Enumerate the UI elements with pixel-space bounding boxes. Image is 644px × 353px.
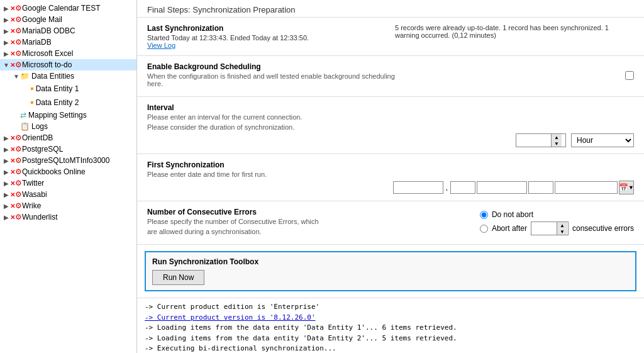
abort-after-radio[interactable] [480,225,488,233]
do-not-abort-radio[interactable] [480,211,488,219]
sidebar-item-label-data-entity-2: Data Entity 2 [36,98,79,107]
sidebar-item-mariadb-odbc[interactable]: ▶✕⚙MariaDB ODBC [0,25,136,36]
sidebar-item-google-calendar-test[interactable]: ▶✕⚙Google Calendar TEST [0,3,136,14]
gear-icon: ⚙ [15,145,22,154]
sidebar-item-orientdb[interactable]: ▶✕⚙OrientDB [0,132,136,143]
x-icon: ✕ [10,191,15,198]
x-icon: ✕ [10,203,15,210]
main-content: Final Steps: Synchronization Preparation… [137,0,644,353]
log-output: -> Current product edition is 'Enterpris… [137,298,644,353]
interval-spin-up[interactable]: ▲ [552,134,562,140]
abort-value[interactable] [531,223,557,234]
abort-after-spinner[interactable]: ▲ ▼ [531,221,569,235]
scheduling-section: Enable Background Scheduling When the co… [137,56,644,97]
interval-spin-down[interactable]: ▼ [552,140,562,147]
sidebar-item-data-entities[interactable]: ▼📁Data Entities [0,70,136,82]
sidebar-item-google-mail[interactable]: ▶✕⚙Google Mail [0,14,136,25]
expand-arrow: ▶ [3,135,10,142]
gear-icon: ⚙ [15,133,22,142]
consecutive-errors-desc1: Please specify the number of Consecutive… [147,218,319,225]
abort-after-row: Abort after ▲ ▼ consecutive errors [480,221,634,235]
x-icon: ✕ [10,5,15,12]
expand-arrow: ▶ [3,214,10,221]
gear-icon: ⚙ [15,201,22,210]
gear-icon: ⚙ [15,179,22,188]
sidebar-item-label-data-entity-1: Data Entity 1 [36,84,79,93]
sidebar-item-label-microsoft-excel: Microsoft Excel [22,49,73,58]
x-icon: ✕ [10,16,15,23]
sidebar-item-wrike[interactable]: ▶✕⚙Wrike [0,200,136,211]
first-sync-day-name[interactable]: Tuesday [393,181,443,194]
x-icon: ✕ [10,62,15,69]
gear-icon: ⚙ [15,60,22,69]
x-icon: ✕ [10,169,15,176]
sidebar-item-label-google-calendar-test: Google Calendar TEST [22,4,101,13]
sidebar-item-mapping-settings[interactable]: ⇄Mapping Settings [0,109,136,121]
sidebar-item-data-entity-2[interactable]: ▪Data Entity 2 [0,96,136,109]
toolbox-title: Run Synchronization Toolbox [152,257,629,266]
x-icon: ✕ [10,180,15,187]
abort-spin-up[interactable]: ▲ [557,222,567,228]
log-line: -> Current product edition is 'Enterpris… [145,302,636,313]
first-sync-month[interactable]: August [477,181,527,194]
view-log-link[interactable]: View Log [147,42,175,49]
sidebar-item-logs[interactable]: 📋Logs [0,121,136,132]
sidebar-item-label-google-mail: Google Mail [22,15,62,24]
consecutive-errors-desc2: are allowed during a synchronisation. [147,228,319,235]
sidebar-item-quickbooks[interactable]: ▶✕⚙Quickbooks Online [0,166,136,177]
sidebar-item-microsoft-excel[interactable]: ▶✕⚙Microsoft Excel [0,48,136,59]
do-not-abort-label: Do not abort [492,210,533,219]
sidebar-item-twitter[interactable]: ▶✕⚙Twitter [0,177,136,189]
sidebar-item-wunderlist[interactable]: ▶✕⚙Wunderlist [0,211,136,223]
last-sync-section: Last Synchronization Started Today at 12… [137,18,644,56]
interval-unit-select[interactable]: MinuteHourDayWeek [571,133,634,147]
expand-arrow: ▶ [3,180,10,187]
scheduling-title: Enable Background Scheduling [147,62,399,71]
gear-icon: ⚙ [15,15,22,24]
gear-icon: ⚙ [15,4,22,13]
logs-icon: 📋 [20,122,30,131]
first-sync-date-row: Tuesday , 20 August 2019 12:02:04 📅▼ [147,181,634,194]
gear-icon: ⚙ [15,26,22,35]
page-title: Final Steps: Synchronization Preparation [147,5,296,14]
run-now-button[interactable]: Run Now [152,270,204,285]
scheduling-checkbox[interactable] [625,71,634,80]
data-entity-1-icon: ▪ [30,83,34,94]
consecutive-errors-title: Number of Consecutive Errors [147,208,319,216]
first-sync-year[interactable]: 2019 [528,181,553,194]
first-sync-day[interactable]: 20 [450,181,475,194]
sidebar-item-label-wasabi: Wasabi [22,190,47,199]
expand-arrow: ▶ [3,50,10,57]
sidebar-item-mariadb[interactable]: ▶✕⚙MariaDB [0,36,136,48]
first-sync-time[interactable]: 12:02:04 [555,181,618,194]
date-comma: , [445,183,449,192]
x-icon: ✕ [10,157,15,164]
toolbox-section: Run Synchronization Toolbox Run Now [145,251,636,291]
sidebar-item-data-entity-1[interactable]: ▪Data Entity 1 [0,82,136,96]
expand-arrow: ▶ [3,28,10,35]
x-icon: ✕ [10,39,15,46]
sync-status-left: Last Synchronization Started Today at 12… [147,24,309,49]
sidebar-item-label-wrike: Wrike [22,201,41,210]
sidebar-item-postgresqlto[interactable]: ▶✕⚙PostgreSQLtoMTInfo3000 [0,155,136,166]
sidebar-item-label-logs: Logs [31,122,48,131]
sidebar-item-microsoft-todo[interactable]: ▼✕⚙Microsoft to-do [0,59,136,70]
sidebar-item-label-quickbooks: Quickbooks Online [22,167,86,176]
expand-arrow: ▶ [3,203,10,210]
last-sync-title: Last Synchronization [147,24,309,33]
x-icon: ✕ [10,146,15,153]
gear-icon: ⚙ [15,156,22,165]
interval-value[interactable]: 1 [516,135,551,146]
sidebar-item-wasabi[interactable]: ▶✕⚙Wasabi [0,189,136,200]
sidebar-item-postgresql[interactable]: ▶✕⚙PostgreSQL [0,143,136,155]
log-line: -> Loading items from the data entity 'D… [145,333,636,344]
gear-icon: ⚙ [15,190,22,199]
data-entities-icon: 📁 [20,72,30,81]
page-header: Final Steps: Synchronization Preparation [137,0,644,18]
abort-spin-down[interactable]: ▼ [557,228,567,235]
interval-spinner[interactable]: 1 ▲ ▼ [516,133,566,147]
calendar-button[interactable]: 📅▼ [619,181,634,194]
expand-arrow: ▶ [3,5,10,12]
interval-controls: 1 ▲ ▼ MinuteHourDayWeek [147,133,634,147]
x-icon: ✕ [10,214,15,221]
